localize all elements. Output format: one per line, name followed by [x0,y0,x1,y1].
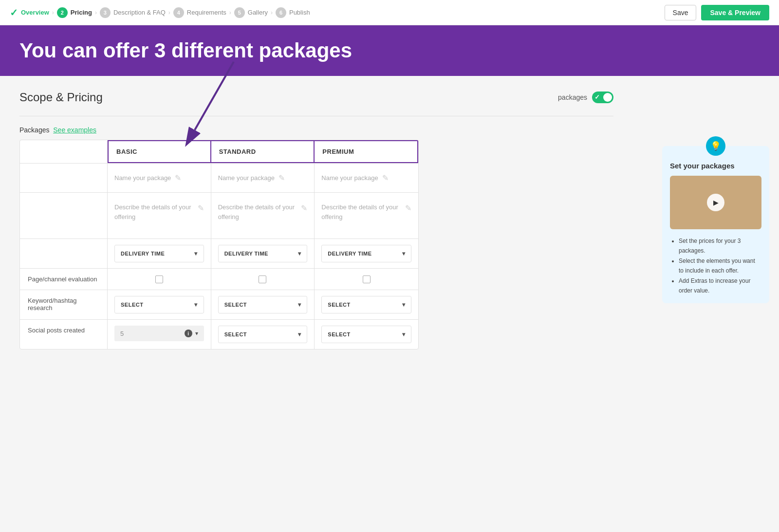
toggle-check-icon: ✓ [594,93,600,101]
save-preview-button[interactable]: Save & Preview [701,5,769,20]
nav-step-publish-label: Publish [289,9,310,16]
standard-name-cell[interactable]: Name your package ✎ [211,164,315,192]
nav-step-requirements[interactable]: 4 Requirements [173,7,226,18]
nav-step-description[interactable]: 3 Description & FAQ [100,7,166,18]
premium-name-edit-icon[interactable]: ✎ [382,173,389,183]
standard-desc-cell[interactable]: Describe the details of your offering ✎ [211,193,315,238]
keyword-row: Keyword/hashtag research SELECT ▾ SELECT… [20,290,418,320]
widget-bulb-icon: 💡 [706,136,725,156]
nav-step-overview[interactable]: ✓ Overview [10,7,49,18]
premium-name-input: Name your package ✎ [321,169,411,186]
top-nav: ✓ Overview › 2 Pricing › 3 Description &… [0,0,779,25]
section-divider [19,116,613,116]
social-info-icon: i [185,330,192,337]
breadcrumb: ✓ Overview › 2 Pricing › 3 Description &… [10,7,665,18]
nav-step-publish[interactable]: 6 Publish [276,7,310,18]
standard-desc-edit-icon[interactable]: ✎ [301,202,307,214]
nav-step-gallery-label: Gallery [248,9,268,16]
basic-keyword-select[interactable]: SELECT ▾ [114,296,204,313]
basic-name-cell[interactable]: Name your package ✎ [108,164,211,192]
packages-area: BASIC STANDARD PREMIUM Name your package… [19,140,419,349]
premium-delivery-select[interactable]: DELIVERY TIME ▾ [321,245,411,262]
nav-sep-5: › [271,9,273,16]
standard-name-edit-icon[interactable]: ✎ [278,173,285,183]
nav-step-gallery[interactable]: 5 Gallery [234,7,268,18]
standard-delivery-label: DELIVERY TIME [224,251,268,257]
widget-bullet-3: Add Extras to increase your order value. [679,276,761,296]
widget-video[interactable]: ▶ [670,176,761,229]
basic-keyword-cell[interactable]: SELECT ▾ [108,290,211,319]
premium-keyword-select[interactable]: SELECT ▾ [321,296,411,313]
standard-desc-placeholder: Describe the details of your offering [218,202,298,221]
social-row: Social posts created 5 i ▾ [20,320,418,349]
widget-title: Set your packages [670,162,761,170]
premium-page-eval-checkbox[interactable] [363,275,371,283]
standard-social-select[interactable]: SELECT ▾ [218,326,308,343]
section-header: Scope & Pricing packages ✓ [19,91,613,104]
toggle-switch[interactable]: ✓ [592,92,613,103]
premium-page-eval-cell[interactable] [315,269,418,290]
basic-delivery-cell[interactable]: DELIVERY TIME ▾ [108,239,211,268]
header-empty-cell [20,140,108,163]
premium-desc-cell[interactable]: Describe the details of your offering ✎ [315,193,418,238]
basic-keyword-chevron: ▾ [194,301,198,308]
col-header-standard: STANDARD [211,140,315,163]
basic-name-edit-icon[interactable]: ✎ [175,173,181,183]
basic-page-eval-cell[interactable] [108,269,211,290]
basic-social-chevron[interactable]: ▾ [195,330,198,337]
sidebar-widget: 💡 Set your packages ▶ Set the prices for… [662,146,769,303]
standard-keyword-select[interactable]: SELECT ▾ [218,296,308,313]
content-row: BASIC STANDARD PREMIUM Name your package… [19,140,613,349]
standard-social-cell[interactable]: SELECT ▾ [211,320,315,349]
premium-delivery-cell[interactable]: DELIVERY TIME ▾ [315,239,418,268]
basic-page-eval-checkbox[interactable] [155,275,163,283]
standard-page-eval-cell[interactable] [211,269,315,290]
premium-keyword-chevron: ▾ [402,301,406,308]
see-examples-link[interactable]: See examples [53,126,96,134]
step-circle-6: 6 [276,7,286,18]
premium-name-cell[interactable]: Name your package ✎ [315,164,418,192]
basic-social-cell[interactable]: 5 i ▾ [108,320,211,349]
step-circle-3: 3 [100,7,111,18]
social-label: Social posts created [20,320,108,349]
premium-desc-edit-icon[interactable]: ✎ [405,202,411,214]
save-button[interactable]: Save [665,5,697,20]
packages-toggle: packages ✓ [558,92,613,103]
nav-actions: Save Save & Preview [665,5,769,20]
premium-delivery-chevron: ▾ [402,250,406,257]
nav-sep-4: › [229,9,231,16]
premium-social-chevron: ▾ [402,331,406,338]
basic-desc-edit-icon[interactable]: ✎ [198,202,204,214]
hero-banner: You can offer 3 different packages [0,25,779,76]
page-eval-row: Page/channel evaluation [20,269,418,290]
play-button[interactable]: ▶ [707,194,724,211]
premium-keyword-cell[interactable]: SELECT ▾ [315,290,418,319]
main-content: Scope & Pricing packages ✓ Packages See … [0,76,633,364]
basic-keyword-value: SELECT [121,302,143,308]
packages-header-row: BASIC STANDARD PREMIUM [20,140,418,164]
delivery-row-label [20,239,108,268]
col-header-basic: BASIC [108,140,211,163]
standard-social-value: SELECT [224,331,247,337]
nav-sep-3: › [168,9,170,16]
step-circle-5: 5 [234,7,245,18]
basic-desc-cell[interactable]: Describe the details of your offering ✎ [108,193,211,238]
standard-keyword-cell[interactable]: SELECT ▾ [211,290,315,319]
standard-delivery-cell[interactable]: DELIVERY TIME ▾ [211,239,315,268]
basic-delivery-select[interactable]: DELIVERY TIME ▾ [114,245,204,262]
standard-delivery-select[interactable]: DELIVERY TIME ▾ [218,245,308,262]
keyword-label: Keyword/hashtag research [20,290,108,319]
premium-social-select[interactable]: SELECT ▾ [321,326,411,343]
nav-step-pricing[interactable]: 2 Pricing [57,7,92,18]
standard-page-eval-checkbox[interactable] [259,275,266,283]
standard-keyword-value: SELECT [224,302,247,308]
toggle-label: packages [558,93,587,101]
basic-delivery-chevron: ▾ [194,250,198,257]
standard-keyword-chevron: ▾ [298,301,301,308]
packages-text: Packages [19,126,49,134]
premium-desc-input: Describe the details of your offering ✎ [321,199,411,233]
name-row-label [20,164,108,192]
premium-social-cell[interactable]: SELECT ▾ [315,320,418,349]
nav-sep-1: › [52,9,54,16]
basic-name-input: Name your package ✎ [114,169,204,186]
